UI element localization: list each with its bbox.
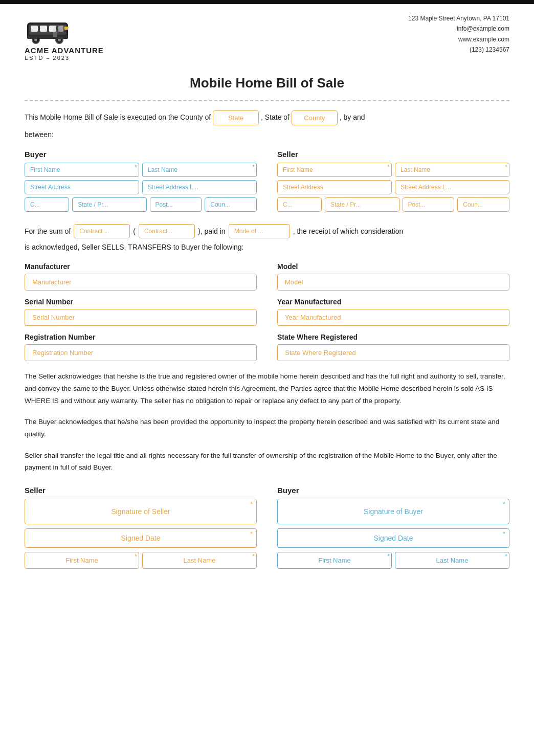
main-content: This Mobile Home Bill of Sale is execute…	[0, 110, 534, 589]
mode-field[interactable]: Mode of ...	[229, 224, 290, 238]
sig-seller-date-wrap: Signed Date *	[25, 528, 257, 548]
sig-buyer-fn-required: *	[387, 553, 390, 560]
seller-firstname-required: *	[387, 164, 390, 171]
sig-buyer-name-row: First Name * Last Name *	[277, 552, 509, 569]
contact-address: 123 Maple Street Anytown, PA 17101	[408, 13, 509, 24]
reg-col: Registration Number Registration Number	[25, 333, 257, 361]
buyer-firstname[interactable]: First Name	[25, 163, 139, 177]
buyer-label: Buyer	[25, 150, 257, 159]
sum-text3: ), paid in	[198, 227, 226, 235]
seller-lastname[interactable]: Last Name	[395, 163, 509, 177]
contract1-wrap: Contract ...	[74, 224, 130, 238]
buyer-street-wrap: Street Address	[25, 180, 139, 194]
seller-location-row: C... State / Pr... Post... Coun...	[277, 197, 509, 212]
buyer-location-row: C... State / Pr... Post... Coun...	[25, 197, 257, 212]
serial-label: Serial Number	[25, 298, 257, 306]
manufacturer-col: Manufacturer Manufacturer	[25, 262, 257, 291]
seller-section: Seller First Name * Last Name * Street A…	[277, 150, 509, 215]
sig-buyer-date[interactable]: Signed Date	[277, 528, 509, 548]
legal-para3: Seller shall transfer the legal title an…	[25, 450, 509, 474]
seller-city-wrap: C...	[277, 197, 322, 212]
serial-field[interactable]: Serial Number	[25, 309, 257, 326]
sig-buyer-firstname[interactable]: First Name	[277, 552, 392, 569]
company-logo	[25, 13, 76, 44]
legal-para1: The Seller acknowledges that he/she is t…	[25, 370, 509, 407]
sig-seller-lastname[interactable]: Last Name	[142, 552, 257, 569]
buyer-street[interactable]: Street Address	[25, 180, 139, 194]
seller-lastname-required: *	[505, 164, 507, 171]
company-estd: ESTD – 2023	[25, 55, 70, 61]
contact-website: www.example.com	[408, 34, 509, 45]
sig-seller-firstname[interactable]: First Name	[25, 552, 139, 569]
county-field[interactable]: County	[292, 110, 338, 125]
sig-buyer-ln-required: *	[505, 553, 507, 560]
seller-name-row: First Name * Last Name *	[277, 163, 509, 177]
sig-seller-date[interactable]: Signed Date	[25, 528, 257, 548]
buyer-firstname-wrap: First Name *	[25, 163, 139, 177]
model-col: Model Model	[277, 262, 509, 291]
reg-field[interactable]: Registration Number	[25, 344, 257, 361]
seller-firstname[interactable]: First Name	[277, 163, 392, 177]
sum-row: For the sum of Contract ... ( Contract..…	[25, 224, 509, 238]
buyer-seller-row: Buyer First Name * Last Name * Street Ad…	[25, 150, 509, 215]
document-title: Mobile Home Bill of Sale	[0, 66, 534, 96]
serial-year-row: Serial Number Serial Number Year Manufac…	[25, 298, 509, 326]
seller-street2[interactable]: Street Address L...	[395, 180, 509, 194]
seller-post[interactable]: Post...	[403, 197, 455, 212]
sig-buyer-fn-wrap: First Name *	[277, 552, 392, 569]
seller-country[interactable]: Coun...	[457, 197, 509, 212]
sig-seller-fn-wrap: First Name *	[25, 552, 139, 569]
header: ACME ADVANTURE ESTD – 2023 123 Maple Str…	[0, 4, 534, 66]
contract2-wrap: Contract...	[139, 224, 195, 238]
statereg-col: State Where Registered State Where Regis…	[277, 333, 509, 361]
sig-buyer-date-required: *	[503, 530, 505, 538]
state-field[interactable]: State	[213, 110, 259, 125]
seller-street-wrap: Street Address	[277, 180, 392, 194]
manufacturer-model-row: Manufacturer Manufacturer Model Model	[25, 262, 509, 291]
seller-city[interactable]: C...	[277, 197, 322, 212]
sig-seller-ln-wrap: Last Name *	[142, 552, 257, 569]
contract2-field[interactable]: Contract...	[139, 224, 195, 238]
manufacturer-field[interactable]: Manufacturer	[25, 274, 257, 291]
seller-firstname-wrap: First Name *	[277, 163, 392, 177]
seller-street-row: Street Address Street Address L...	[277, 180, 509, 194]
buyer-lastname[interactable]: Last Name	[142, 163, 257, 177]
model-label: Model	[277, 262, 509, 271]
legal-para2: The Buyer acknowledges that he/she has b…	[25, 416, 509, 440]
buyer-street2[interactable]: Street Address L...	[142, 180, 257, 194]
buyer-post[interactable]: Post...	[150, 197, 202, 212]
contract1-field[interactable]: Contract ...	[74, 224, 130, 238]
buyer-post-wrap: Post...	[150, 197, 202, 212]
intro-between: between:	[25, 128, 509, 141]
seller-state[interactable]: State / Pr...	[325, 197, 399, 212]
statereg-label: State Where Registered	[277, 333, 509, 341]
year-col: Year Manufactured Year Manufactured	[277, 298, 509, 326]
sig-buyer-field[interactable]: Signature of Buyer	[277, 499, 509, 524]
sig-seller-field-wrap: Signature of Seller *	[25, 499, 257, 524]
seller-street[interactable]: Street Address	[277, 180, 392, 194]
contact-email: info@example.com	[408, 24, 509, 34]
sig-buyer-required: *	[503, 501, 505, 508]
reg-statereg-row: Registration Number Registration Number …	[25, 333, 509, 361]
svg-rect-12	[53, 32, 57, 37]
manufacturer-label: Manufacturer	[25, 262, 257, 271]
sig-seller-date-required: *	[250, 530, 253, 538]
sig-seller-name-row: First Name * Last Name *	[25, 552, 257, 569]
seller-lastname-wrap: Last Name *	[395, 163, 509, 177]
model-field[interactable]: Model	[277, 274, 509, 291]
statereg-field[interactable]: State Where Registered	[277, 344, 509, 361]
sig-buyer-lastname[interactable]: Last Name	[395, 552, 509, 569]
reg-label: Registration Number	[25, 333, 257, 341]
sig-seller-label: Seller	[25, 486, 257, 495]
sig-seller-field[interactable]: Signature of Seller	[25, 499, 257, 524]
svg-rect-11	[64, 27, 69, 30]
sum-text1: For the sum of	[25, 227, 71, 235]
buyer-country[interactable]: Coun...	[205, 197, 257, 212]
seller-post-wrap: Post...	[403, 197, 455, 212]
company-name: ACME ADVANTURE	[25, 46, 104, 55]
seller-street2-wrap: Street Address L...	[395, 180, 509, 194]
buyer-state-wrap: State / Pr...	[72, 197, 146, 212]
year-field[interactable]: Year Manufactured	[277, 309, 509, 326]
buyer-state[interactable]: State / Pr...	[72, 197, 146, 212]
buyer-city[interactable]: C...	[25, 197, 69, 212]
